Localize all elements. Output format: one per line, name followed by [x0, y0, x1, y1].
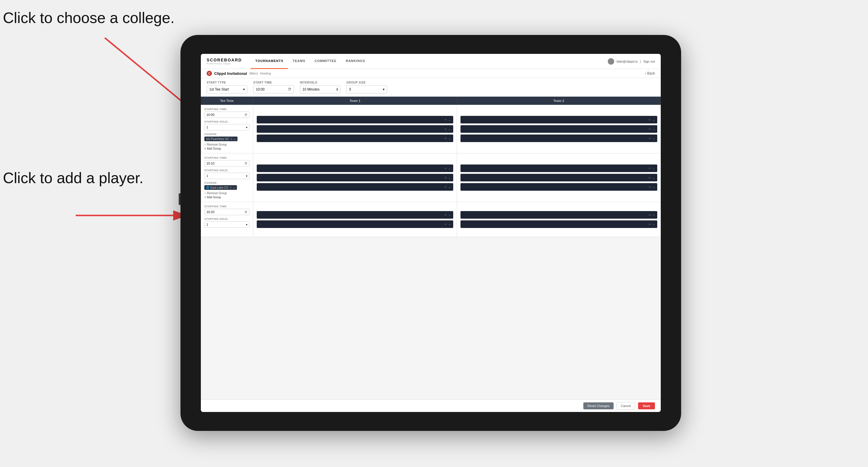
table-row-3: STARTING TIME: 10:20 ⏱ STARTING HOLE: 1 …: [201, 202, 661, 237]
player-chevron-icon-r2-2-1[interactable]: ⌄: [652, 166, 655, 170]
add-group-btn-1[interactable]: + Add Group: [204, 147, 249, 150]
player-slot-r2-1-2[interactable]: × ⌄: [257, 174, 453, 181]
start-time-input[interactable]: 10:00 ⏱: [253, 85, 294, 93]
player-slot-2-2[interactable]: × ⌄: [461, 125, 657, 133]
hosting-badge: Hosting: [260, 72, 271, 75]
clock-icon: ⏱: [288, 87, 291, 91]
player-remove-icon-r2-1-3[interactable]: ×: [445, 185, 446, 189]
starting-time-input-3[interactable]: 10:20 ⏱: [204, 209, 249, 215]
player-slot-1-2[interactable]: × ⌄: [257, 125, 453, 133]
player-slot-2-1[interactable]: × ⌄: [461, 116, 657, 123]
starting-time-input-1[interactable]: 10:00 ⏱: [204, 112, 249, 118]
player-remove-icon-r2-1-1[interactable]: ×: [445, 166, 446, 170]
group-size-value: 3: [349, 87, 351, 91]
course-remove-icon-1[interactable]: ×: [230, 137, 232, 141]
player-slot-1-3[interactable]: × ⌄: [257, 134, 453, 142]
player-chevron-icon-r3-2-2[interactable]: ⌄: [652, 222, 655, 226]
plus-icon-1: +: [204, 147, 206, 150]
player-remove-icon-2-2[interactable]: ×: [649, 127, 651, 131]
player-chevron-icon-r2-1-2[interactable]: ⌄: [448, 176, 451, 180]
player-remove-icon-r2-2-1[interactable]: ×: [649, 166, 651, 170]
player-chevron-icon-r3-2-1[interactable]: ⌄: [652, 213, 655, 217]
nav-tab-tournaments[interactable]: TOURNAMENTS: [251, 54, 288, 69]
add-group-label-2: Add Group: [207, 196, 221, 199]
chevron-hole-icon-3: ▾: [246, 223, 247, 226]
starting-hole-input-2[interactable]: 1 ▾: [204, 173, 249, 179]
add-group-btn-2[interactable]: + Add Group: [204, 196, 249, 199]
player-chevron-icon-1-3[interactable]: ⌄: [448, 136, 451, 140]
intervals-select[interactable]: 10 Minutes ℹ: [300, 85, 341, 93]
start-type-select[interactable]: 1st Tee Start ▾: [207, 85, 247, 93]
remove-group-btn-1[interactable]: ○ Remove Group: [204, 143, 249, 146]
player-slot-1-1[interactable]: × ⌄: [257, 116, 453, 123]
player-slot-r3-1-1[interactable]: × ⌄: [257, 211, 453, 219]
cancel-button[interactable]: Cancel: [617, 402, 635, 410]
course-chevron-icon-2[interactable]: ⌄: [233, 186, 235, 189]
player-chevron-icon-r2-2-2[interactable]: ⌄: [652, 176, 655, 180]
starting-time-val-2: 10:10: [206, 162, 215, 165]
action-links-2: ○ Remove Group + Add Group: [204, 192, 249, 199]
player-chevron-icon-r3-1-2[interactable]: ⌄: [448, 222, 451, 226]
nav-tab-committee[interactable]: COMMITTEE: [310, 54, 341, 69]
player-chevron-icon-2-3[interactable]: ⌄: [652, 136, 655, 140]
player-remove-icon-2-1[interactable]: ×: [649, 118, 651, 121]
player-chevron-icon-1-1[interactable]: ⌄: [448, 118, 451, 122]
player-slot-2-3[interactable]: × ⌄: [461, 134, 657, 142]
clock-icon-2: ⏱: [245, 162, 247, 165]
player-remove-icon-1-2[interactable]: ×: [445, 127, 446, 131]
player-remove-icon-2-3[interactable]: ×: [649, 136, 651, 140]
starting-hole-input-1[interactable]: 1 ▾: [204, 124, 249, 130]
player-remove-icon-r2-1-2[interactable]: ×: [445, 176, 446, 179]
player-chevron-icon-r3-1-1[interactable]: ⌄: [448, 213, 451, 217]
course-remove-icon-2[interactable]: ×: [230, 186, 231, 189]
nav-tabs: TOURNAMENTS TEAMS COMMITTEE RANKINGS: [251, 54, 608, 69]
player-chevron-icon-r2-1-3[interactable]: ⌄: [448, 185, 451, 189]
save-button[interactable]: Save: [638, 402, 655, 409]
sign-out-link[interactable]: Sign out: [643, 60, 655, 63]
player-chevron-icon-r2-1-1[interactable]: ⌄: [448, 166, 451, 170]
player-slot-r2-2-1[interactable]: × ⌄: [461, 164, 657, 172]
intervals-group: Intervals 10 Minutes ℹ: [300, 81, 341, 93]
course-tag-2[interactable]: 🌐 East Lake GC × ⌄: [204, 185, 237, 190]
nav-tab-teams[interactable]: TEAMS: [288, 54, 310, 69]
team2-col-2: × ⌄ × ⌄ × ⌄: [457, 153, 661, 202]
course-chevron-icon-1[interactable]: ⌄: [234, 137, 236, 141]
intervals-value: 10 Minutes: [303, 87, 320, 91]
back-button[interactable]: ‹ Back: [645, 71, 655, 75]
player-slot-r3-2-1[interactable]: × ⌄: [461, 211, 657, 219]
chevron-down-icon: ▾: [243, 87, 245, 91]
player-remove-icon-r3-2-1[interactable]: ×: [649, 213, 651, 217]
player-remove-icon-1-1[interactable]: ×: [445, 118, 446, 121]
player-chevron-icon-1-2[interactable]: ⌄: [448, 127, 451, 131]
col-team1: Team 1: [253, 97, 457, 105]
reset-changes-button[interactable]: Reset Changes: [583, 402, 614, 409]
nav-tab-rankings[interactable]: RANKINGS: [341, 54, 370, 69]
remove-group-btn-2[interactable]: ○ Remove Group: [204, 192, 249, 195]
group-size-select[interactable]: 3 ▾: [346, 85, 387, 93]
player-chevron-icon-2-2[interactable]: ⌄: [652, 127, 655, 131]
player-chevron-icon-2-1[interactable]: ⌄: [652, 118, 655, 122]
player-remove-icon-r2-2-3[interactable]: ×: [649, 185, 651, 189]
player-slot-r2-1-3[interactable]: × ⌄: [257, 183, 453, 191]
player-slot-r2-1-1[interactable]: × ⌄: [257, 164, 453, 172]
player-remove-icon-r3-2-2[interactable]: ×: [649, 222, 651, 226]
player-remove-icon-r3-1-1[interactable]: ×: [445, 213, 446, 217]
player-remove-icon-r3-1-2[interactable]: ×: [445, 222, 446, 226]
course-tag-1[interactable]: (A) Peachtree GC × ⌄: [204, 136, 238, 141]
player-slot-r2-2-3[interactable]: × ⌄: [461, 183, 657, 191]
add-group-label-1: Add Group: [207, 147, 221, 150]
player-slot-r2-2-2[interactable]: × ⌄: [461, 174, 657, 181]
table-body: STARTING TIME: 10:00 ⏱ STARTING HOLE: 1 …: [201, 105, 661, 400]
player-slot-r3-1-2[interactable]: × ⌄: [257, 220, 453, 228]
start-type-label: Start Type: [207, 81, 247, 84]
group-size-group: Group Size 3 ▾: [346, 81, 387, 93]
player-remove-icon-1-3[interactable]: ×: [445, 136, 446, 140]
back-label: Back: [647, 71, 655, 75]
player-chevron-icon-r2-2-3[interactable]: ⌄: [652, 185, 655, 189]
group-size-label: Group Size: [346, 81, 387, 84]
player-slot-r3-2-2[interactable]: × ⌄: [461, 220, 657, 228]
table-row: STARTING TIME: 10:00 ⏱ STARTING HOLE: 1 …: [201, 105, 661, 153]
starting-time-input-2[interactable]: 10:10 ⏱: [204, 160, 249, 166]
starting-hole-input-3[interactable]: 1 ▾: [204, 221, 249, 228]
player-remove-icon-r2-2-2[interactable]: ×: [649, 176, 651, 179]
